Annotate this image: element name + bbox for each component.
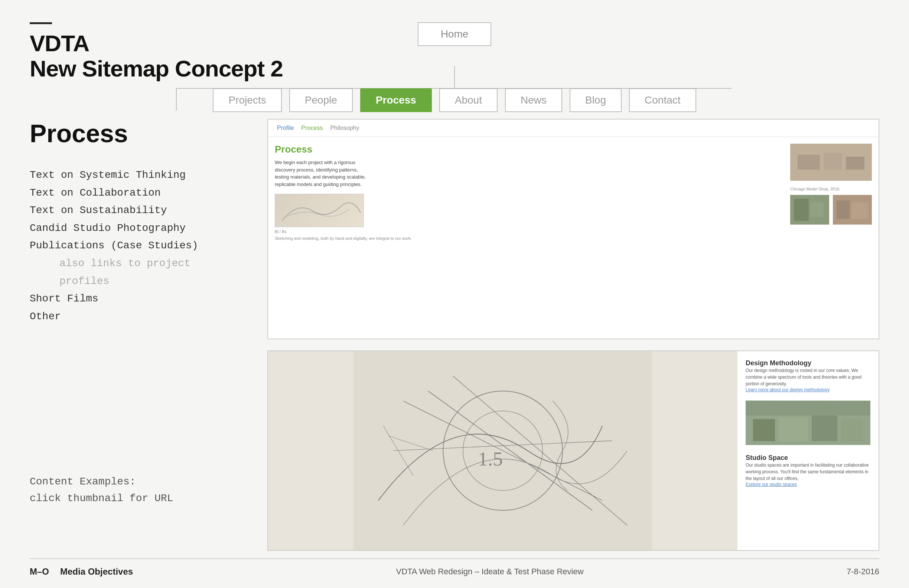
footer: M–O Media Objectives VDTA Web Redesign –… [30, 558, 879, 577]
mockup-2-section2-text: Our studio spaces are important in facil… [746, 462, 870, 482]
mockup-nav-process: Process [301, 125, 323, 131]
svg-rect-11 [823, 153, 842, 170]
mockup-img-small-1 [790, 195, 829, 225]
mockup-2-sketch: 1.5 [268, 351, 738, 550]
mockup-caption-2: Chicago Model Shop, 2016 [790, 187, 872, 191]
page: VDTA New Sitemap Concept 2 Home [0, 0, 909, 588]
content-examples-label: Content Examples: [30, 474, 238, 490]
footer-logo: M–O [30, 567, 49, 577]
list-item: Candid Studio Photography [30, 220, 238, 237]
mockup-process-title: Process [275, 144, 783, 155]
mockup-2[interactable]: 1.5 Design Methodology Our design method… [267, 351, 879, 551]
svg-rect-18 [851, 202, 868, 219]
mockup-img-bottom-row [790, 195, 872, 225]
mockup-img-top-inner [790, 144, 872, 181]
nav-item-projects[interactable]: Projects [213, 88, 281, 112]
mockup-2-office-img [746, 401, 870, 445]
mockup-2-section-2: Studio Space Our studio spaces are impor… [746, 454, 870, 487]
mockup-1-left-col: Process We begin each project with a rig… [275, 144, 783, 241]
nav-item-blog[interactable]: Blog [569, 88, 622, 112]
svg-text:1.5: 1.5 [478, 447, 503, 470]
nav-item-news[interactable]: News [505, 88, 562, 112]
footer-company: Media Objectives [60, 567, 133, 577]
nav-item-people[interactable]: People [289, 88, 353, 112]
svg-rect-31 [753, 419, 775, 441]
mockup-sketch-img [275, 194, 364, 227]
mockup-process-text: We begin each project with a rigorous di… [275, 159, 371, 188]
main-content: Process Text on Systemic Thinking Text o… [30, 119, 879, 551]
mockup-2-content: Design Methodology Our design methodolog… [738, 351, 878, 550]
mockup-1-body: Process We begin each project with a rig… [268, 137, 878, 247]
list-item: Short Films [30, 290, 238, 308]
nav-home-row: Home [0, 22, 909, 46]
footer-date: 7-8-2016 [847, 567, 879, 577]
section-title: Process [30, 119, 238, 148]
nav-item-process[interactable]: Process [360, 88, 432, 112]
mockup-2-section2-link[interactable]: Explore our studio spaces [746, 482, 870, 487]
right-panel: Profile Process Philosophy Process We be… [267, 119, 879, 551]
nav-item-about[interactable]: About [439, 88, 498, 112]
blueprint-svg: 1.5 [268, 351, 738, 550]
mockup-2-section-1: Design Methodology Our design methodolog… [746, 359, 870, 393]
nav-children-row: Projects People Process About News Blog … [0, 88, 909, 112]
mockup-1[interactable]: Profile Process Philosophy Process We be… [267, 119, 879, 339]
footer-left: M–O Media Objectives [30, 567, 133, 577]
content-examples-sub: click thumbnail for URL [30, 490, 238, 507]
mockup-img-small-2 [833, 195, 872, 225]
content-list: Text on Systemic Thinking Text on Collab… [30, 166, 238, 325]
nav-item-contact[interactable]: Contact [629, 88, 696, 112]
mockup-2-section1-link[interactable]: Learn more about our design methodology [746, 387, 870, 393]
mockup-caption-block: Bl / Bs Sketching and modeling, both by … [275, 194, 783, 241]
mockup-1-right-col: Chicago Model Shop, 2016 [790, 144, 872, 241]
list-item-gray: also links to project profiles [30, 255, 238, 290]
list-item: Text on Systemic Thinking [30, 166, 238, 184]
nav-tree: Home Projects People [0, 22, 909, 46]
mockup-2-section1-title: Design Methodology [746, 359, 870, 367]
mockup-1-nav: Profile Process Philosophy [268, 120, 878, 137]
svg-rect-12 [846, 157, 864, 170]
mockup-img-top [790, 144, 872, 181]
list-item: Text on Sustainability [30, 202, 238, 220]
left-panel: Process Text on Systemic Thinking Text o… [30, 119, 238, 551]
svg-rect-17 [836, 200, 849, 219]
mockup-2-section2-title: Studio Space [746, 454, 870, 462]
svg-rect-32 [779, 417, 808, 441]
sketch-svg [275, 194, 364, 227]
list-item: Text on Collaboration [30, 184, 238, 202]
content-examples: Content Examples: click thumbnail for UR… [30, 474, 238, 507]
mockup-nav-philosophy: Philosophy [330, 125, 359, 131]
svg-rect-34 [841, 419, 863, 441]
mockup-nav-profile: Profile [277, 125, 294, 131]
svg-rect-33 [812, 415, 837, 441]
svg-rect-14 [794, 199, 809, 221]
mockup-caption-1-sub: Sketching and modeling, both by hand and… [275, 236, 783, 241]
list-item: Publications (Case Studies) [30, 237, 238, 255]
footer-center-text: VDTA Web Redesign – Ideate & Test Phase … [396, 567, 583, 577]
svg-rect-10 [797, 155, 820, 170]
svg-rect-15 [810, 202, 823, 217]
mockup-2-section1-text: Our design methodology is rooted in our … [746, 367, 870, 387]
nav-home-button[interactable]: Home [418, 22, 492, 46]
list-item: Other [30, 308, 238, 326]
mockup-caption-1: Bl / Bs [275, 229, 783, 234]
